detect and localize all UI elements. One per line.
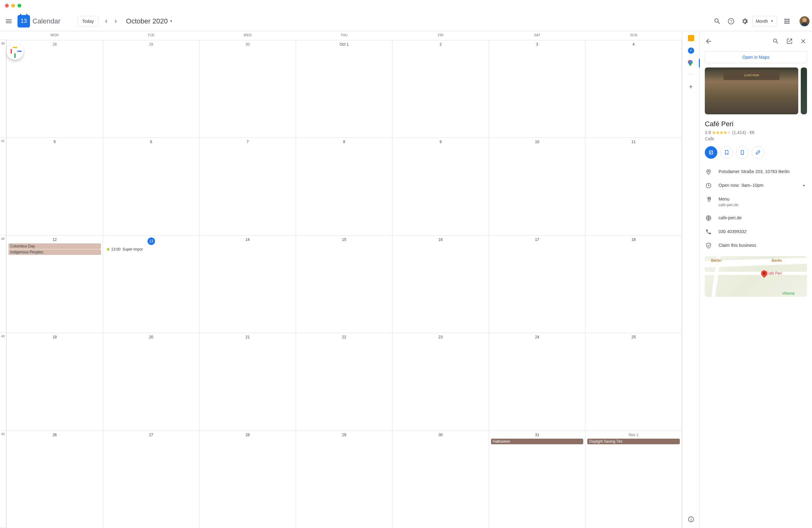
week-number: 41 [0, 137, 6, 235]
search-icon [772, 38, 779, 45]
day-cell[interactable]: 12Columbus DayIndigenous Peoples [6, 236, 103, 333]
day-number: 12 [8, 236, 102, 243]
day-number: 30 [201, 41, 294, 48]
day-cell[interactable]: 26 [6, 431, 103, 528]
day-cell[interactable]: 16 [393, 236, 489, 333]
address-row[interactable]: Potsdamer Straße 203, 10783 Berlin [705, 165, 807, 179]
event-chip[interactable]: 13:00Super impor [105, 247, 198, 252]
view-selector[interactable]: Month ▼ [752, 16, 777, 27]
main-menu-button[interactable] [2, 15, 15, 28]
open-in-new-button[interactable] [783, 35, 796, 47]
place-photo[interactable]: CAFÉ PERI [705, 68, 798, 114]
day-cell[interactable]: 19 [6, 333, 103, 430]
side-panel-info-button[interactable] [685, 513, 697, 526]
day-cell[interactable]: 7 [199, 138, 296, 235]
get-addons-button[interactable]: + [689, 83, 693, 91]
window-maximize-button[interactable] [17, 4, 21, 8]
tasks-addon-button[interactable] [688, 47, 694, 54]
day-cell[interactable]: 25 [585, 333, 682, 430]
next-period-button[interactable] [111, 16, 121, 26]
panel-close-button[interactable] [797, 35, 810, 47]
day-cell[interactable]: 29 [296, 431, 393, 528]
search-button[interactable] [711, 15, 724, 28]
share-link-button[interactable] [752, 146, 764, 159]
day-cell[interactable]: 2 [393, 40, 489, 137]
day-cell[interactable]: 29 [103, 40, 200, 137]
day-number: 3 [490, 41, 584, 48]
send-to-phone-button[interactable] [736, 146, 749, 159]
day-cell[interactable]: 10 [489, 138, 586, 235]
day-cell[interactable]: 30 [393, 431, 489, 528]
current-range-dropdown[interactable]: October 2020 ▼ [126, 17, 173, 25]
day-cell[interactable]: Oct 1 [296, 40, 393, 137]
caret-down-icon: ▼ [770, 19, 773, 23]
map-preview[interactable]: Berlin Berlin Café Peri Viktoria [705, 256, 807, 297]
day-cell[interactable]: 27 [103, 431, 200, 528]
panel-back-button[interactable] [702, 35, 715, 47]
map-label: Berlin [711, 258, 721, 263]
day-cell[interactable]: 30 [199, 40, 296, 137]
keep-addon-button[interactable] [688, 35, 694, 41]
window-close-button[interactable] [5, 4, 9, 8]
phone-row[interactable]: 030 40399332 [705, 225, 807, 239]
event-chip[interactable]: Daylight Saving Tim [587, 439, 680, 444]
claim-row[interactable]: Claim this business [705, 239, 807, 252]
day-cell[interactable]: 20 [103, 333, 200, 430]
help-icon: ? [727, 17, 735, 25]
google-apps-button[interactable] [781, 15, 793, 28]
event-chip[interactable]: Columbus Day [9, 244, 101, 249]
day-cell[interactable]: 17 [489, 236, 586, 333]
day-cell[interactable]: 6 [103, 138, 200, 235]
maps-addon-button[interactable] [688, 60, 694, 66]
place-photo[interactable] [801, 68, 807, 114]
day-number: Oct 1 [297, 41, 391, 48]
day-cell[interactable]: 21 [199, 333, 296, 430]
day-cell[interactable]: 9 [393, 138, 489, 235]
day-number: 20 [104, 334, 198, 340]
day-number: 16 [394, 236, 488, 243]
day-cell[interactable]: 24 [489, 333, 586, 430]
create-event-button[interactable] [6, 43, 24, 60]
save-place-button[interactable] [721, 146, 733, 159]
phone-handset-icon [705, 229, 712, 235]
website-row[interactable]: cafe-peri.de [705, 211, 807, 225]
day-cell[interactable]: 31Halloween [489, 431, 586, 528]
hours-row[interactable]: Open now: 9am–10pm [705, 179, 807, 192]
day-number: 19 [8, 334, 102, 340]
svg-rect-4 [691, 519, 691, 521]
account-avatar[interactable] [799, 16, 810, 26]
day-cell[interactable]: Nov 1Daylight Saving Tim [585, 431, 682, 528]
open-in-maps-button[interactable]: Open in Maps [705, 51, 807, 63]
settings-button[interactable] [739, 15, 751, 28]
panel-search-button[interactable] [769, 35, 782, 47]
event-chip[interactable]: Halloween [491, 439, 583, 444]
window-minimize-button[interactable] [11, 4, 15, 8]
today-button[interactable]: Today [77, 16, 99, 27]
event-chip[interactable]: Indigenous Peoples [9, 249, 101, 255]
day-cell[interactable]: 1313:00Super impor [103, 236, 200, 333]
day-number: 17 [490, 236, 584, 243]
day-number: 9 [394, 138, 488, 145]
day-cell[interactable]: 22 [296, 333, 393, 430]
day-cell[interactable]: 14 [199, 236, 296, 333]
menu-row[interactable]: Menu cafe-peri.de [705, 192, 807, 211]
day-cell[interactable]: 3 [489, 40, 586, 137]
support-button[interactable]: ? [725, 15, 737, 28]
phone-text: 030 40399332 [719, 229, 807, 235]
day-header: MON [6, 31, 103, 40]
directions-button[interactable] [705, 146, 717, 159]
day-cell[interactable]: 8 [296, 138, 393, 235]
day-cell[interactable]: 5 [6, 138, 103, 235]
header-bar: 13 Calendar Today October 2020 ▼ ? [0, 11, 812, 31]
svg-text:?: ? [730, 19, 732, 24]
day-cell[interactable]: 23 [393, 333, 489, 430]
chevron-left-icon [103, 18, 109, 24]
day-cell[interactable]: 18 [585, 236, 682, 333]
day-cell[interactable]: 4 [585, 40, 682, 137]
day-number: 29 [297, 431, 391, 438]
day-cell[interactable]: 15 [296, 236, 393, 333]
day-cell[interactable]: 11 [585, 138, 682, 235]
day-cell[interactable]: 28 [199, 431, 296, 528]
prev-period-button[interactable] [101, 16, 111, 26]
panel-body: Open in Maps CAFÉ PERI Café Peri 3.8 ★★★… [700, 51, 812, 528]
